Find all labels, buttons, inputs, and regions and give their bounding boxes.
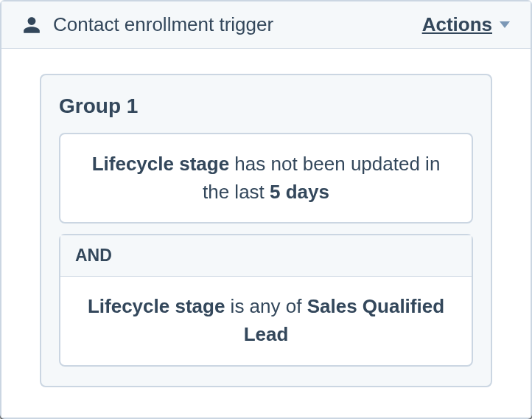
panel-title: Contact enrollment trigger <box>53 13 422 36</box>
filter-content: Lifecycle stage has not been updated in … <box>60 134 472 222</box>
panel-header: Contact enrollment trigger Actions <box>1 1 531 49</box>
filter-connector: AND <box>60 235 472 277</box>
actions-label: Actions <box>422 13 492 36</box>
filter-operator: is any of <box>225 295 307 317</box>
caret-down-icon <box>500 21 510 28</box>
filter-card[interactable]: AND Lifecycle stage is any of Sales Qual… <box>59 234 473 366</box>
group-title: Group 1 <box>59 94 473 118</box>
filter-group: Group 1 Lifecycle stage has not been upd… <box>40 74 492 387</box>
filter-content: Lifecycle stage is any of Sales Qualifie… <box>60 277 472 364</box>
contact-icon <box>22 15 41 35</box>
actions-dropdown[interactable]: Actions <box>422 13 510 36</box>
filter-card[interactable]: Lifecycle stage has not been updated in … <box>59 133 473 224</box>
filter-field: Lifecycle stage <box>92 153 229 175</box>
panel-body: Group 1 Lifecycle stage has not been upd… <box>1 49 531 418</box>
filter-value: 5 days <box>270 181 329 203</box>
enrollment-trigger-panel: Contact enrollment trigger Actions Group… <box>0 0 532 419</box>
filter-field: Lifecycle stage <box>88 295 225 317</box>
